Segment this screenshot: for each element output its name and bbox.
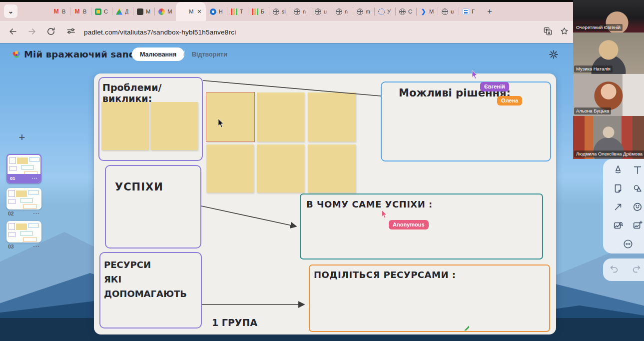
classroom-favicon-icon — [95, 8, 101, 15]
history-toolbar — [603, 258, 644, 281]
drawing-mode-button[interactable]: Малювання — [132, 48, 184, 61]
slide-thumbnail-preview — [8, 222, 40, 241]
globe-favicon-icon — [336, 8, 342, 15]
box-successes[interactable]: УСПІХИ — [105, 165, 201, 248]
undo-icon[interactable] — [606, 262, 623, 278]
browser-tab[interactable]: u — [311, 2, 332, 21]
tab-title: m — [366, 8, 370, 14]
browser-tab-bar: ⌄ ВВСДМММ✕НТБslnunmУСМuГ + — [0, 2, 644, 21]
tab-title: u — [451, 8, 454, 14]
sticker-tool-icon[interactable] — [629, 200, 644, 216]
whiteboard-canvas[interactable]: Проблеми/виклики: Можливі рішення: УСПІХ… — [94, 74, 556, 334]
slide-menu-icon[interactable]: ··· — [33, 244, 40, 250]
box-solutions[interactable]: Можливі рішення: — [381, 82, 551, 162]
new-tab-button[interactable]: + — [484, 6, 496, 18]
box-problems[interactable]: Проблеми/виклики: — [98, 77, 203, 161]
sticky-note-selected[interactable] — [206, 92, 254, 142]
dashed-circle-favicon-icon — [378, 8, 385, 15]
slide-thumbnail[interactable] — [6, 188, 41, 210]
none-favicon-icon — [180, 8, 186, 15]
tab-title: n — [303, 8, 306, 14]
slide-number: 02 — [8, 210, 14, 216]
bookmark-star-icon[interactable] — [560, 26, 569, 38]
more-tools-icon[interactable] — [620, 237, 637, 252]
browser-tab[interactable]: М — [133, 2, 154, 21]
video-tile[interactable]: Очеретяний Євгеній — [573, 0, 644, 32]
play-button[interactable]: Відтворити — [192, 48, 227, 61]
tab-title: У — [387, 8, 391, 14]
sticky-note[interactable] — [206, 144, 254, 192]
sticky-note[interactable] — [308, 144, 356, 192]
settings-gear-icon[interactable] — [548, 48, 560, 60]
pointer-tool-icon[interactable] — [610, 163, 627, 178]
browser-tab[interactable]: В — [70, 2, 91, 21]
add-slide-button[interactable]: + — [15, 130, 29, 144]
video-tile[interactable]: Людмила Олексіївна Дрёмова — [573, 116, 644, 159]
site-settings-icon[interactable] — [66, 26, 78, 38]
slide-number: 03 — [8, 244, 14, 250]
text-tool-icon[interactable] — [629, 163, 644, 178]
reload-button[interactable] — [45, 26, 57, 38]
shapes-tool-icon[interactable] — [629, 182, 644, 197]
address-bar-url[interactable]: padlet.com/vitaliutas7/sandbox-hybl51h5a… — [84, 28, 236, 36]
box-resources-title: РЕСУРСИ ЯКІ ДОПОМАГАЮТЬ — [104, 258, 187, 301]
tab-title: Т — [240, 8, 243, 14]
tab-title: Н — [219, 8, 223, 14]
collaborator-tag: Олена — [497, 96, 522, 106]
browser-tab[interactable]: М — [416, 2, 438, 21]
slide-menu-icon[interactable]: ··· — [33, 210, 40, 216]
image-generate-tool-icon[interactable] — [629, 218, 644, 234]
tab-close-icon[interactable]: ✕ — [197, 8, 202, 15]
resize-handle-icon[interactable] — [464, 325, 470, 331]
tab-title: Б — [261, 8, 264, 14]
arrow-tool-icon[interactable] — [610, 200, 627, 216]
slide-thumbnail[interactable]: 01··· — [6, 154, 41, 184]
sticky-note[interactable] — [101, 102, 149, 150]
video-tile[interactable]: Альона Буцька — [573, 74, 644, 116]
browser-tab[interactable]: Н — [206, 2, 227, 21]
browser-tab[interactable]: С — [91, 2, 112, 21]
image-search-tool-icon[interactable] — [610, 218, 627, 234]
browser-tab[interactable]: В — [49, 2, 70, 21]
dark-favicon-icon — [137, 8, 143, 15]
slide-thumbnail[interactable] — [6, 221, 41, 242]
sticky-note[interactable] — [257, 92, 304, 142]
browser-tab[interactable]: sl — [269, 2, 290, 21]
browser-tab[interactable]: М — [154, 2, 176, 21]
browser-tab[interactable]: Т — [227, 2, 248, 21]
participant-name: Музика Наталія — [574, 66, 613, 72]
video-tile[interactable]: Музика Наталія — [573, 32, 644, 74]
browser-tab-active[interactable]: М✕ — [176, 2, 205, 21]
slide-menu-icon[interactable]: ··· — [32, 176, 38, 181]
browser-tab[interactable]: Д — [112, 2, 133, 21]
slide-footer: 01··· — [7, 174, 40, 182]
sticky-note[interactable] — [257, 144, 304, 192]
note-tool-icon[interactable] — [610, 182, 627, 197]
translate-icon[interactable] — [543, 26, 553, 38]
browser-tab[interactable]: u — [438, 2, 459, 21]
collaborator-tag: Євгеній — [480, 82, 509, 92]
browser-tab[interactable]: n — [290, 2, 311, 21]
screen: ⌄ ВВСДМММ✕НТБslnunmУСМuГ + padlet.com/vi… — [0, 0, 644, 341]
browser-tab[interactable]: n — [332, 2, 353, 21]
box-share-resources[interactable]: ПОДІЛІТЬСЯ РЕСУРСАМИ : — [309, 264, 550, 332]
sticky-note[interactable] — [308, 92, 356, 142]
browser-tab[interactable]: m — [353, 2, 374, 21]
redo-icon[interactable] — [628, 262, 644, 278]
drive-favicon-icon — [116, 8, 122, 15]
browser-tab[interactable]: Б — [248, 2, 269, 21]
globe-favicon-icon — [315, 8, 321, 15]
back-button[interactable] — [7, 26, 19, 38]
browser-tab[interactable]: Г — [459, 2, 480, 21]
browser-tab[interactable]: С — [395, 2, 416, 21]
box-resources[interactable]: РЕСУРСИ ЯКІ ДОПОМАГАЮТЬ — [99, 252, 202, 328]
forward-button[interactable] — [26, 26, 38, 38]
video-call-strip: Очеретяний ЄвгенійМузика НаталіяАльона Б… — [573, 0, 644, 159]
blue-circle-favicon-icon — [210, 8, 216, 15]
tab-search-chevron-button[interactable]: ⌄ — [4, 4, 17, 18]
tab-title: С — [104, 8, 108, 14]
collaborator-tag: Anonymous — [389, 220, 429, 230]
browser-tab[interactable]: У — [374, 2, 395, 21]
padlet-page: Мій вражаючий sandbox Малювання / Відтво… — [0, 43, 644, 341]
sticky-note[interactable] — [150, 102, 198, 150]
